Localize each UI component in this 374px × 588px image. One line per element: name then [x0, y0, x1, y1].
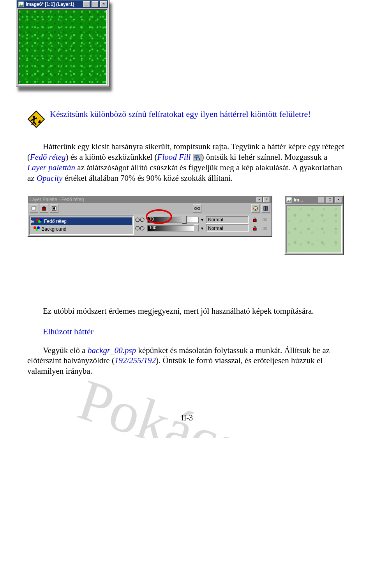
svg-rect-25: [263, 227, 265, 230]
link-icon[interactable]: [261, 216, 269, 223]
paragraph-3: Vegyük elõ a backgr_00.psp képünket és m…: [27, 345, 347, 377]
svg-point-22: [136, 226, 139, 230]
svg-rect-15: [264, 207, 266, 210]
image-canvas: [18, 9, 107, 85]
svg-point-4: [199, 158, 200, 160]
task-sign-icon: [27, 110, 45, 128]
layer-row[interactable]: Background: [31, 225, 132, 233]
visibility-icon[interactable]: [135, 226, 145, 231]
blend-mode-select[interactable]: Normal: [206, 224, 249, 232]
close-button[interactable]: ×: [100, 1, 107, 7]
paragraph-2: Ez utóbbi módszert érdemes megjegyezni, …: [27, 306, 347, 316]
page-number: II-3: [27, 413, 347, 422]
layer-props-row: 70 ▾ Normal: [135, 215, 270, 224]
lock-icon[interactable]: [251, 216, 259, 223]
svg-point-12: [254, 207, 258, 210]
new-layer-button[interactable]: [30, 204, 38, 213]
svg-marker-2: [28, 111, 44, 127]
palette-toolbar: [28, 203, 272, 214]
link-icon[interactable]: [261, 225, 269, 232]
layer-row-active[interactable]: ⊟ Fedő réteg: [31, 217, 132, 225]
svg-rect-21: [265, 219, 267, 221]
svg-rect-6: [42, 207, 46, 210]
close-button[interactable]: ×: [335, 197, 342, 203]
svg-point-17: [136, 218, 139, 222]
layer-name: Fedő réteg: [44, 219, 67, 224]
maximize-button[interactable]: □: [326, 197, 333, 203]
palette-rollup-button[interactable]: ▴: [256, 197, 263, 202]
layer-props-row: 100 ▾ Normal: [135, 224, 270, 233]
layer-name: Background: [41, 226, 66, 232]
svg-rect-20: [263, 219, 265, 221]
app-icon: [18, 1, 24, 7]
layer-swatch-icon: [36, 219, 42, 224]
blend-mode-select[interactable]: Normal: [206, 216, 249, 224]
svg-point-13: [254, 208, 255, 208]
minimize-button[interactable]: _: [318, 197, 325, 203]
window-title: Image6* [1:1] (Layer1): [26, 2, 74, 7]
svg-rect-7: [43, 207, 45, 207]
visibility-icon[interactable]: [135, 217, 145, 222]
preview-canvas: [286, 205, 342, 253]
svg-point-11: [198, 207, 200, 210]
flood-fill-icon: [193, 154, 201, 161]
layer-swatch-icon: [34, 226, 40, 232]
svg-point-1: [19, 3, 21, 4]
app-icon: [286, 197, 292, 203]
palette-titlebar[interactable]: Layer Palette - Fedő réteg ▴ ×: [28, 196, 272, 203]
paragraph-1: Hátterünk egy kicsit harsányra sikerült,…: [27, 141, 347, 184]
minimize-button[interactable]: _: [83, 1, 90, 7]
opacity-slider[interactable]: 70: [147, 217, 199, 223]
svg-point-18: [140, 218, 144, 222]
image-editor-window: Image6* [1:1] (Layer1) _ □ ×: [16, 0, 109, 87]
maximize-button[interactable]: □: [92, 1, 99, 7]
svg-rect-24: [253, 228, 256, 230]
layer-tree: ⊟ Fedő réteg: [29, 215, 134, 235]
svg-rect-26: [265, 227, 267, 230]
preview-titlebar[interactable]: Im... _ □ ×: [285, 196, 343, 204]
window-titlebar[interactable]: Image6* [1:1] (Layer1) _ □ ×: [17, 0, 108, 8]
task-text: Készítsünk különbözõ színû felíratokat e…: [50, 109, 311, 120]
svg-point-23: [140, 226, 144, 230]
svg-rect-16: [266, 207, 268, 210]
svg-text:Pokács Gábo: Pokács Gábo: [71, 367, 347, 438]
delete-layer-button[interactable]: [40, 204, 48, 213]
palette-close-button[interactable]: ×: [263, 197, 270, 202]
svg-point-9: [53, 207, 55, 210]
group-icon: [261, 204, 270, 213]
lock-icon[interactable]: [251, 225, 259, 232]
subheading: Elhúzott háttér: [27, 326, 347, 337]
layer-palette-window: Layer Palette - Fedő réteg ▴ × ⊟: [27, 195, 272, 237]
preview-window: Im... _ □ ×: [284, 195, 344, 255]
svg-point-14: [256, 208, 257, 208]
preview-title: Im...: [294, 197, 303, 203]
svg-point-10: [194, 207, 197, 210]
face-icon: [251, 204, 260, 213]
palette-title: Layer Palette - Fedő réteg: [30, 197, 84, 202]
mask-button[interactable]: [50, 204, 58, 213]
glasses-header-icon: [193, 204, 201, 213]
opacity-slider[interactable]: 100: [147, 225, 199, 231]
svg-rect-19: [253, 219, 256, 222]
svg-rect-5: [32, 207, 36, 210]
